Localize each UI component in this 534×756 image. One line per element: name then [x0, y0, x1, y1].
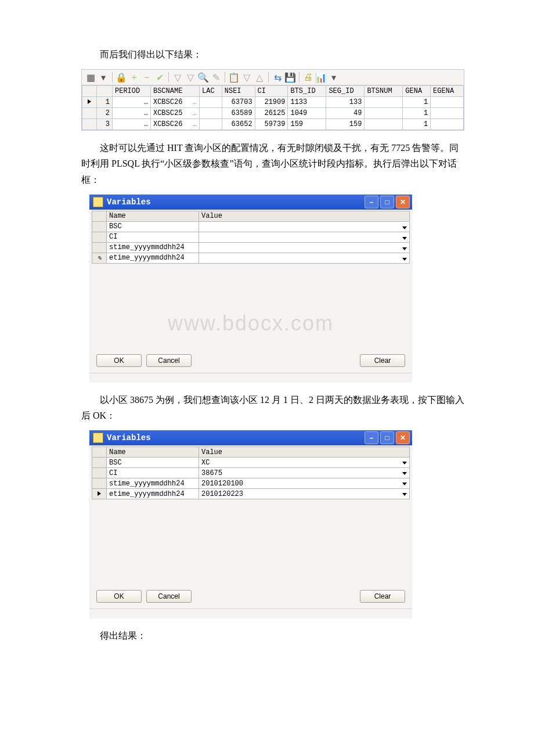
results-table[interactable]: PERIOD BSCNAME LAC NSEI CI BTS_ID SEG_ID… — [82, 85, 464, 130]
paragraph-intro: 而后我们得出以下结果： — [0, 46, 534, 62]
col-indicator — [82, 86, 97, 97]
col-btsid[interactable]: BTS_ID — [288, 86, 326, 97]
col-lac[interactable]: LAC — [200, 86, 222, 97]
dialog-titlebar[interactable]: Variables – □ ✕ — [89, 195, 412, 210]
maximize-button[interactable]: □ — [380, 431, 394, 444]
lock-icon[interactable]: 🔒 — [116, 72, 127, 82]
col-nsei[interactable]: NSEI — [222, 86, 255, 97]
maximize-button[interactable]: □ — [380, 196, 394, 208]
dialog-icon — [93, 433, 103, 443]
print-icon[interactable]: 🖨 — [303, 72, 313, 82]
col-bscname[interactable]: BSCNAME — [150, 86, 199, 97]
filter-down2-icon[interactable]: ▽ — [185, 72, 196, 82]
col-segid[interactable]: SEG_ID — [326, 86, 365, 97]
sort-desc-icon[interactable]: ▽ — [241, 72, 252, 82]
variable-row[interactable]: CI — [92, 232, 410, 242]
var-col-name: Name — [107, 211, 199, 221]
variables-dialog-2: Variables – □ ✕ Name Value BSCXCCI38675s… — [89, 430, 412, 618]
variables-table[interactable]: Name Value BSCCIstime_yyyymmddhh24✎etime… — [92, 211, 410, 264]
dialog-statusbar — [89, 609, 412, 618]
table-row[interactable]: 1…XCBSC26 …637032190911331331 — [82, 97, 464, 108]
var-col-value: Value — [199, 447, 410, 458]
variables-dialog-1: Variables – □ ✕ Name Value BSCCIstime_yy… — [89, 195, 412, 383]
variable-row[interactable]: BSC — [92, 221, 410, 232]
watermark: www.bdocx.com — [92, 311, 410, 336]
var-col-ind — [92, 211, 107, 221]
results-toolbar: ▦ ▾ 🔒 ＋ － ✔ ▽ ▽ 🔍 ✎ 📋 ▽ △ ⇆ 💾 🖨 📊 ▾ — [82, 70, 464, 85]
query-results-panel: ▦ ▾ 🔒 ＋ － ✔ ▽ ▽ 🔍 ✎ 📋 ▽ △ ⇆ 💾 🖨 📊 ▾ — [81, 69, 464, 131]
paragraph-4: 得出结果： — [0, 628, 534, 643]
ok-button[interactable]: OK — [96, 590, 142, 603]
cancel-button[interactable]: Cancel — [146, 354, 192, 367]
edit-icon[interactable]: ✎ — [211, 72, 221, 82]
variable-row[interactable]: etime_yyyymmddhh242010120223 — [92, 489, 410, 499]
variable-row[interactable]: CI38675 — [92, 468, 410, 478]
minus-icon[interactable]: － — [142, 72, 152, 82]
variables-table[interactable]: Name Value BSCXCCI38675stime_yyyymmddhh2… — [92, 447, 410, 499]
var-col-name: Name — [107, 447, 199, 458]
minimize-button[interactable]: – — [365, 196, 378, 208]
dialog-titlebar[interactable]: Variables – □ ✕ — [89, 430, 412, 445]
variable-row[interactable]: ✎etime_yyyymmddhh24 — [92, 253, 410, 263]
find-icon[interactable]: 🔍 — [198, 72, 208, 82]
chart-icon[interactable]: 📊 — [316, 72, 326, 82]
close-button[interactable]: ✕ — [396, 431, 410, 444]
var-col-value: Value — [199, 211, 410, 221]
var-col-ind — [92, 447, 107, 458]
cancel-button[interactable]: Cancel — [146, 590, 192, 603]
col-period[interactable]: PERIOD — [113, 86, 151, 97]
col-ci[interactable]: CI — [255, 86, 288, 97]
col-gena[interactable]: GENA — [403, 86, 431, 97]
plus-icon[interactable]: ＋ — [129, 72, 139, 82]
sort-asc-icon[interactable]: △ — [254, 72, 265, 82]
dialog-icon — [93, 197, 103, 207]
dropdown2-icon[interactable]: ▾ — [329, 72, 339, 82]
dialog-statusbar — [89, 373, 412, 383]
clear-button[interactable]: Clear — [360, 590, 405, 603]
minimize-button[interactable]: – — [365, 431, 378, 444]
check-icon[interactable]: ✔ — [154, 72, 165, 82]
col-rownum — [97, 86, 113, 97]
paragraph-3: 以小区 38675 为例，我们想查询该小区 12 月 1 日、2 日两天的数据业… — [0, 392, 534, 423]
variable-row[interactable]: stime_yyyymmddhh242010120100 — [92, 478, 410, 489]
dropdown-icon[interactable]: ▾ — [98, 72, 109, 82]
dialog-title-text: Variables — [107, 197, 363, 207]
dialog-title-text: Variables — [107, 433, 363, 442]
filter-down-icon[interactable]: ▽ — [172, 72, 183, 82]
table-row[interactable]: 2…XCBSC25 …63589261251049491 — [82, 108, 464, 119]
variable-row[interactable]: BSCXC — [92, 458, 410, 468]
close-button[interactable]: ✕ — [396, 196, 410, 208]
clear-button[interactable]: Clear — [360, 354, 405, 367]
variable-row[interactable]: stime_yyyymmddhh24 — [92, 242, 410, 253]
save-icon[interactable]: 💾 — [285, 72, 295, 82]
export-icon[interactable]: ⇆ — [272, 72, 283, 82]
paragraph-2: 这时可以先通过 HIT 查询小区的配置情况，有无时隙闭锁及干扰，有无 7725 … — [0, 140, 534, 188]
col-egena[interactable]: EGENA — [431, 86, 464, 97]
ok-button[interactable]: OK — [96, 354, 142, 367]
grid-icon[interactable]: ▦ — [85, 72, 96, 82]
col-btsnum[interactable]: BTSNUM — [365, 86, 403, 97]
table-row[interactable]: 3…XCBSC26 …63652597391591591 — [82, 119, 464, 130]
copy-icon[interactable]: 📋 — [229, 72, 239, 82]
